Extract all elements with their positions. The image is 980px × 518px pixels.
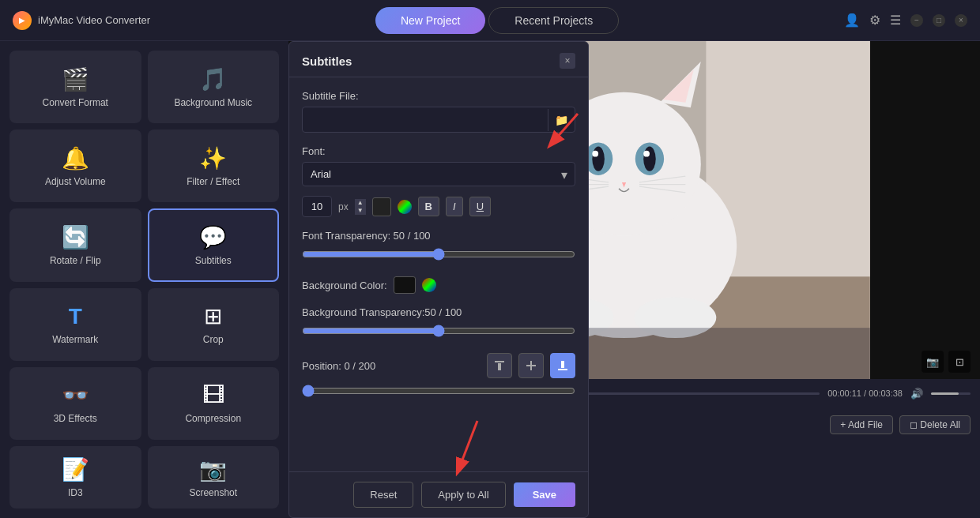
- sidebar-item-subtitles[interactable]: 💬 Subtitles: [148, 208, 280, 281]
- font-size-input[interactable]: 10: [302, 196, 332, 217]
- sidebar-item-watermark[interactable]: T Watermark: [9, 288, 141, 361]
- time-total: 00:03:38: [869, 388, 903, 398]
- bg-color-swatch[interactable]: [394, 276, 416, 294]
- sidebar-item-label: Screenshot: [189, 487, 237, 498]
- subtitles-dialog: Subtitles × Subtitle File: 📁: [288, 41, 589, 518]
- time-display: 00:00:11 / 00:03:38: [827, 388, 903, 398]
- underline-button[interactable]: U: [469, 197, 491, 216]
- sidebar-item-label: Adjust Volume: [45, 176, 106, 187]
- sidebar-item-convert-format[interactable]: 🎬 Convert Format: [9, 51, 141, 123]
- watermark-icon: T: [69, 304, 82, 329]
- 3d-effects-icon: 👓: [62, 382, 89, 408]
- subtitle-file-label: Subtitle File:: [302, 90, 575, 102]
- gear-icon[interactable]: ⚙: [869, 13, 880, 28]
- font-color-swatch[interactable]: [372, 197, 391, 216]
- sidebar-item-id3[interactable]: 📝 ID3: [9, 446, 141, 509]
- app-title: iMyMac Video Converter: [38, 14, 150, 26]
- fullscreen-preview-button[interactable]: ⊡: [948, 351, 971, 373]
- sidebar-item-filter-effect[interactable]: ✨ Filter / Effect: [148, 130, 280, 202]
- font-size-spinners: ▲ ▼: [355, 199, 366, 215]
- font-select-wrapper: ArialTimes New RomanHelveticaCourier New: [302, 162, 575, 186]
- volume-fill: [931, 392, 959, 395]
- maximize-button[interactable]: □: [933, 14, 945, 27]
- close-button[interactable]: ×: [955, 14, 967, 27]
- save-arrow-indicator: [430, 417, 485, 483]
- save-button[interactable]: Save: [514, 482, 575, 507]
- sidebar-item-adjust-volume[interactable]: 🔔 Adjust Volume: [9, 130, 141, 202]
- font-size-up-button[interactable]: ▲: [355, 199, 366, 207]
- dialog-title: Subtitles: [302, 54, 352, 68]
- app-logo: ▶: [13, 11, 32, 30]
- reset-button[interactable]: Reset: [353, 482, 413, 508]
- font-size-down-button[interactable]: ▼: [355, 207, 366, 215]
- main-layout: 🎬 Convert Format 🎵 Background Music 🔔 Ad…: [0, 41, 980, 518]
- sidebar-item-screenshot[interactable]: 📷 Screenshot: [148, 446, 280, 509]
- font-section: Font: ArialTimes New RomanHelveticaCouri…: [302, 145, 575, 186]
- minimize-button[interactable]: −: [910, 14, 923, 27]
- position-label: Position: 0 / 200: [302, 360, 481, 372]
- bold-button[interactable]: B: [418, 197, 439, 216]
- rotate-flip-icon: 🔄: [62, 224, 89, 250]
- sidebar-item-compression[interactable]: 🎞 Compression: [148, 367, 280, 440]
- screenshot-icon: 📷: [199, 456, 227, 482]
- sidebar-item-label: Compression: [185, 413, 241, 424]
- bg-transparency-section: Background Transparency:50 / 100: [302, 306, 575, 340]
- preview-actions: 📷 ⊡: [922, 351, 971, 373]
- subtitles-icon: 💬: [199, 224, 227, 250]
- bg-color-gradient-picker[interactable]: [422, 278, 436, 292]
- titlebar-left: ▶ iMyMac Video Converter: [13, 11, 150, 30]
- adjust-volume-icon: 🔔: [62, 145, 89, 171]
- volume-bar[interactable]: [931, 392, 971, 395]
- dialog-close-button[interactable]: ×: [560, 53, 575, 69]
- svg-point-22: [592, 151, 598, 157]
- titlebar: ▶ iMyMac Video Converter New Project Rec…: [0, 0, 980, 41]
- sidebar-item-label: Convert Format: [43, 97, 108, 108]
- dialog-body: Subtitle File: 📁: [289, 77, 588, 471]
- subtitle-file-input[interactable]: [303, 107, 548, 132]
- dialog-header: Subtitles ×: [289, 42, 588, 77]
- italic-button[interactable]: I: [446, 197, 463, 216]
- menu-icon[interactable]: ☰: [890, 13, 901, 28]
- position-slider-section: [302, 385, 575, 400]
- svg-rect-4: [530, 361, 532, 370]
- sidebar-item-background-music[interactable]: 🎵 Background Music: [148, 51, 280, 123]
- screenshot-preview-button[interactable]: 📷: [922, 351, 944, 373]
- sidebar-item-rotate-flip[interactable]: 🔄 Rotate / Flip: [9, 208, 141, 281]
- filter-effect-icon: ✨: [199, 145, 227, 171]
- svg-point-21: [643, 147, 656, 171]
- volume-icon: 🔊: [910, 388, 923, 400]
- convert-format-icon: 🎬: [62, 66, 89, 92]
- id3-icon: 📝: [62, 456, 89, 482]
- color-gradient-picker[interactable]: [398, 200, 412, 214]
- position-slider[interactable]: [302, 385, 575, 397]
- sidebar-item-label: Crop: [203, 334, 224, 345]
- sidebar-item-label: Background Music: [174, 97, 252, 108]
- recent-projects-tab[interactable]: Recent Projects: [488, 7, 619, 34]
- add-file-button[interactable]: + Add File: [830, 415, 893, 434]
- dialog-footer: Reset Apply to All Save: [289, 471, 588, 517]
- font-transparency-slider[interactable]: [302, 248, 575, 261]
- position-row: Position: 0 / 200: [302, 353, 575, 378]
- bg-color-row: Background Color:: [302, 276, 575, 294]
- position-center-button[interactable]: [518, 353, 544, 378]
- svg-rect-2: [498, 363, 501, 370]
- sidebar-item-3d-effects[interactable]: 👓 3D Effects: [9, 367, 141, 440]
- bg-transparency-slider[interactable]: [302, 325, 575, 337]
- user-icon[interactable]: 👤: [844, 13, 860, 28]
- font-unit-label: px: [338, 201, 349, 212]
- svg-rect-1: [495, 361, 504, 362]
- font-select[interactable]: ArialTimes New RomanHelveticaCourier New: [302, 162, 575, 186]
- svg-point-20: [592, 147, 605, 171]
- new-project-tab[interactable]: New Project: [375, 7, 485, 34]
- sidebar-item-label: Watermark: [52, 334, 98, 345]
- sidebar-item-label: Subtitles: [195, 255, 232, 266]
- sidebar-item-crop[interactable]: ⊞ Crop: [148, 288, 280, 361]
- apply-all-button[interactable]: Apply to All: [421, 482, 505, 508]
- sidebar-item-label: Rotate / Flip: [50, 255, 101, 266]
- bg-color-label: Background Color:: [302, 280, 387, 291]
- bg-transparency-label: Background Transparency:50 / 100: [302, 306, 575, 318]
- delete-all-button[interactable]: ◻ Delete All: [899, 415, 971, 434]
- sidebar-item-label: Filter / Effect: [187, 176, 239, 187]
- position-bottom-button[interactable]: [550, 353, 575, 378]
- position-top-button[interactable]: [487, 353, 512, 378]
